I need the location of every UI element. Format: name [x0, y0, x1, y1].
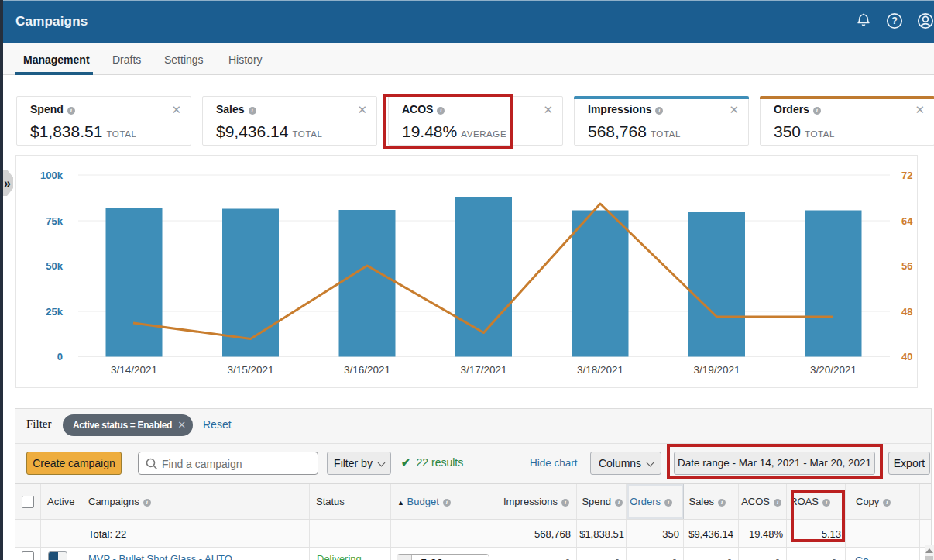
svg-text:3/20/2021: 3/20/2021 [810, 364, 857, 376]
svg-text:25k: 25k [46, 306, 63, 318]
svg-text:40: 40 [901, 351, 912, 362]
svg-text:0: 0 [57, 351, 63, 362]
svg-text:3/19/2021: 3/19/2021 [693, 364, 740, 376]
svg-text:48: 48 [901, 306, 912, 318]
svg-text:3/14/2021: 3/14/2021 [111, 364, 157, 376]
svg-text:100k: 100k [40, 170, 64, 181]
svg-text:?: ? [891, 15, 898, 26]
svg-text:56: 56 [901, 260, 912, 272]
svg-text:3/17/2021: 3/17/2021 [460, 364, 506, 376]
svg-text:64: 64 [901, 215, 913, 227]
svg-text:75k: 75k [46, 215, 63, 227]
svg-text:72: 72 [901, 170, 912, 181]
svg-text:»: » [4, 177, 11, 190]
svg-text:50k: 50k [46, 260, 63, 272]
svg-text:3/18/2021: 3/18/2021 [577, 364, 623, 376]
svg-text:3/15/2021: 3/15/2021 [227, 364, 273, 376]
svg-text:3/16/2021: 3/16/2021 [344, 364, 390, 376]
